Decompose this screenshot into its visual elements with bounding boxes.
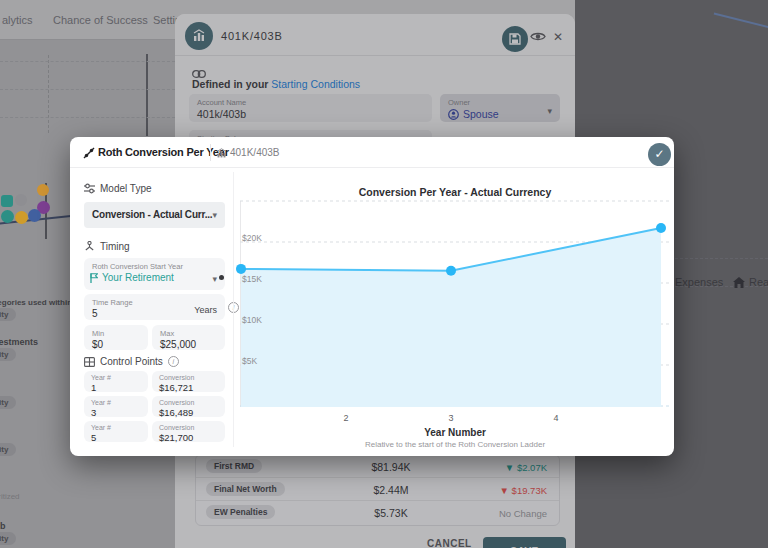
model-type-select[interactable]: Conversion - Actual Curr... ▾ [84,202,225,228]
metric-value: $5.73K [326,507,456,519]
cp-year-label: Year # [84,396,148,406]
bg-gridline [0,117,175,118]
control-point-year-input[interactable]: Year # 1 [84,371,148,392]
save-button[interactable]: SAVE [483,537,566,548]
account-chip: 401K/403B [230,147,280,158]
chevron-down-icon: ▾ [212,274,217,284]
control-point-conversion-input[interactable]: Conversion $21,700 [152,421,225,442]
time-range-input[interactable]: Time Range 5 Years [84,294,225,320]
close-icon[interactable]: ✕ [553,30,563,44]
account-modal-header: 401K/403B ✕ [175,14,575,56]
tune-icon [84,183,95,194]
timeline-icon [83,146,95,159]
y-axis-label: $5K [242,356,257,366]
table-row: Final Net Worth $2.44M ▼ $19.73K [196,478,559,501]
app-screen: alytics Chance of Success Settings▾ 3 mo… [0,0,768,548]
milestone-badge-yellow [15,211,28,224]
chart-point[interactable] [236,264,246,274]
control-point-year-input[interactable]: Year # 3 [84,396,148,417]
cancel-button[interactable]: CANCEL [427,538,472,548]
bg-text-account-b: b [0,521,6,531]
metric-change: No Change [499,508,547,519]
metric-value: $2.44M [326,484,456,496]
min-input[interactable]: Min $0 [84,325,148,350]
control-point-conversion-input[interactable]: Conversion $16,489 [152,396,225,417]
x-axis-tick: 2 [343,413,348,423]
defined-in-row: Defined in your Starting Conditions [192,70,360,90]
control-point-conversion-input[interactable]: Conversion $16,721 [152,371,225,392]
conversion-chart-svg [232,196,672,422]
house-icon [733,277,745,288]
control-point-year-input[interactable]: Year # 5 [84,421,148,442]
chart-x-axis-note: Relative to the start of the Roth Conver… [240,440,670,449]
cp-conversion-value: $16,489 [152,406,225,418]
editor-header: Roth Conversion Per Year 401K/403B ✓ [70,137,674,168]
table-row: First RMD $81.94K ▼ $2.07K [196,455,559,478]
table-row: EW Penalties $5.73K No Change [196,501,559,524]
owner-label: Owner [440,94,560,107]
bg-priority-pill: rity [0,348,16,361]
account-name-value: 401k/403b [189,107,432,120]
cp-conversion-label: Conversion [152,421,225,431]
starting-conditions-link[interactable]: Starting Conditions [271,78,360,90]
milestone-badge-teal-square [1,195,13,207]
start-year-select[interactable]: Roth Conversion Start Year Your Retireme… [84,258,225,290]
bg-text-prioritized: ioritized [0,492,20,501]
flag-icon [90,273,98,283]
account-modal-title: 401K/403B [221,30,283,42]
preview-icon-button[interactable] [530,31,546,42]
chart-point[interactable] [656,223,666,233]
nav-item-chance-of-success[interactable]: Chance of Success [53,14,148,26]
metric-change: ▼ $2.07K [505,462,547,473]
milestone-badge-gray [15,194,27,206]
account-name-field[interactable]: Account Name 401k/403b [189,94,432,122]
start-year-value: Your Retirement [84,271,225,283]
metric-label-pill: First RMD [206,459,262,473]
person-icon [448,109,459,120]
investment-account-icon [185,22,213,50]
y-axis-label: $15K [242,274,262,284]
cp-year-label: Year # [84,371,148,381]
cp-conversion-label: Conversion [152,396,225,406]
milestone-badge-orange [37,184,49,196]
cp-conversion-value: $16,721 [152,381,225,393]
impact-metrics-table: First RMD $81.94K ▼ $2.07K Final Net Wor… [195,454,560,526]
control-points-section-label: Control Points i [84,356,179,367]
min-label: Min [84,325,148,338]
max-label: Max [152,325,225,338]
max-value: $25,000 [152,338,225,350]
model-type-value: Conversion - Actual Curr... [84,202,225,220]
x-axis-tick: 3 [448,413,453,423]
max-input[interactable]: Max $25,000 [152,325,225,350]
bg-priority-pill: rity [0,396,16,409]
y-axis-label: $20K [242,233,262,243]
grid-icon [84,357,95,367]
timing-section-label: Timing [84,241,130,252]
cp-conversion-value: $21,700 [152,431,225,443]
confirm-button[interactable]: ✓ [648,143,671,166]
metric-change: ▼ $19.73K [500,485,547,496]
save-icon-button[interactable] [502,26,528,52]
header-divider [210,144,211,161]
y-axis-label: $10K [242,315,262,325]
nav-item-analytics[interactable]: alytics [2,14,33,26]
bg-gridline [0,61,175,62]
chevron-down-icon: ▾ [547,106,552,116]
model-type-section-label: Model Type [84,183,152,194]
min-value: $0 [84,338,148,350]
time-range-unit: Years [194,305,217,315]
metric-label-pill: Final Net Worth [206,482,285,496]
bg-chart-axis-line [146,54,148,136]
owner-select[interactable]: Owner Spouse ▾ [440,94,560,122]
info-icon[interactable]: i [168,356,179,367]
chart-point[interactable] [446,266,456,276]
milestone-badge-teal [1,210,14,223]
start-year-label: Roth Conversion Start Year [84,258,225,271]
bg-text-investments: nvestments [0,337,38,347]
eye-icon [530,31,546,42]
tab-real-estate[interactable]: Real [733,276,768,288]
cp-year-value: 1 [84,381,148,393]
tab-expenses[interactable]: Expenses [675,276,723,288]
roth-conversion-editor-modal: Roth Conversion Per Year 401K/403B ✓ Mod… [70,137,674,456]
investment-chip-icon [216,148,227,159]
